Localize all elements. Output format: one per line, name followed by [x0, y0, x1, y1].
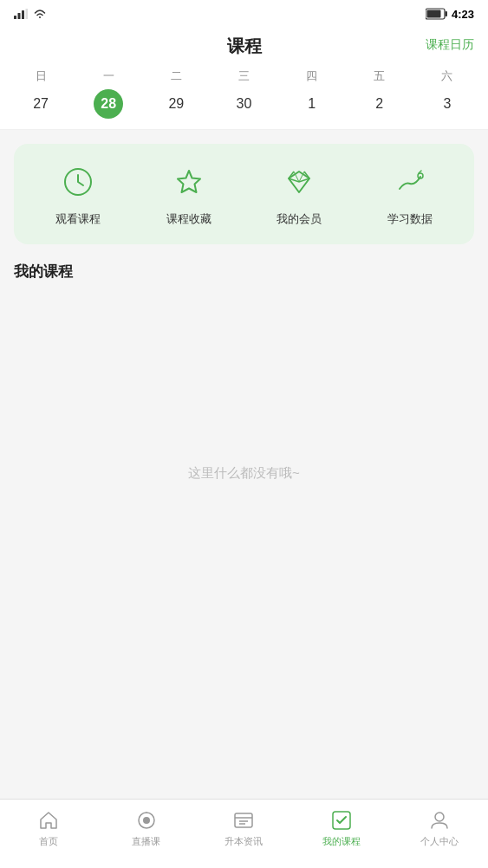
day-number[interactable]: 1 — [297, 89, 327, 119]
main-content: 我的课程 这里什么都没有哦~ — [0, 244, 488, 677]
day-label: 三 — [238, 68, 250, 84]
day-label: 四 — [306, 68, 317, 84]
page-header: 课程 课程日历 — [0, 28, 488, 62]
action-label-watch: 观看课程 — [55, 211, 101, 227]
action-label-member: 我的会员 — [277, 211, 322, 227]
nav-label-upgrade: 升本资讯 — [224, 835, 263, 848]
nav-item-mycourse[interactable]: 我的课程 — [293, 809, 391, 848]
calendar-day[interactable]: 四1 — [278, 68, 346, 119]
calendar-day[interactable]: 二29 — [142, 68, 210, 119]
nav-icon-upgrade — [232, 809, 255, 832]
action-stats[interactable]: 学习数据 — [355, 161, 465, 227]
nav-icon-mycourse — [330, 809, 353, 832]
nav-label-live: 直播课 — [132, 835, 160, 848]
svg-rect-5 — [445, 11, 447, 16]
svg-point-10 — [143, 817, 150, 824]
clock-icon — [57, 161, 99, 203]
day-label: 日 — [36, 68, 47, 84]
calendar-day[interactable]: 六3 — [413, 68, 481, 119]
wifi-icon — [33, 8, 47, 20]
day-label: 五 — [374, 68, 385, 84]
quick-actions-panel: 观看课程 课程收藏 我的会员 学习数据 — [14, 144, 474, 244]
day-label: 二 — [171, 68, 182, 84]
svg-rect-0 — [14, 16, 16, 19]
my-courses-title: 我的课程 — [0, 244, 488, 292]
calendar-day[interactable]: 日27 — [7, 68, 75, 119]
svg-rect-3 — [26, 9, 29, 19]
star-icon — [168, 161, 210, 203]
action-label-stats: 学习数据 — [387, 211, 433, 227]
calendar-day[interactable]: 五2 — [346, 68, 413, 119]
day-number[interactable]: 27 — [26, 89, 55, 119]
status-right: 4:23 — [426, 8, 474, 21]
day-number[interactable]: 28 — [94, 89, 123, 119]
status-left — [14, 8, 47, 20]
calendar-link[interactable]: 课程日历 — [426, 37, 474, 53]
action-label-collect: 课程收藏 — [166, 211, 211, 227]
battery-icon — [426, 8, 448, 20]
svg-rect-2 — [22, 10, 24, 19]
empty-state: 这里什么都没有哦~ — [0, 292, 488, 482]
nav-icon-profile — [428, 809, 451, 832]
page-title: 课程 — [227, 36, 262, 55]
action-collect[interactable]: 课程收藏 — [133, 161, 244, 227]
svg-rect-1 — [18, 13, 21, 19]
diamond-icon — [278, 161, 320, 203]
calendar-week: 日27一28二29三30四1五2六3 — [0, 62, 488, 130]
day-number[interactable]: 29 — [161, 89, 191, 119]
status-bar: 4:23 — [0, 0, 488, 28]
day-number[interactable]: 3 — [433, 89, 462, 119]
svg-rect-11 — [235, 813, 252, 827]
nav-item-upgrade[interactable]: 升本资讯 — [195, 809, 293, 848]
nav-icon-live — [135, 809, 158, 832]
svg-rect-6 — [426, 10, 440, 18]
nav-item-profile[interactable]: 个人中心 — [390, 809, 488, 848]
signal-icon — [14, 9, 28, 19]
action-watch[interactable]: 观看课程 — [23, 161, 133, 227]
nav-item-home[interactable]: 首页 — [0, 809, 98, 848]
calendar-day[interactable]: 一28 — [75, 68, 142, 119]
chart-icon — [389, 161, 431, 203]
calendar-day[interactable]: 三30 — [210, 68, 277, 119]
day-number[interactable]: 2 — [365, 89, 394, 119]
nav-label-mycourse: 我的课程 — [322, 835, 361, 848]
day-label: 六 — [441, 68, 452, 84]
calendar-days-row: 日27一28二29三30四1五2六3 — [0, 68, 488, 119]
nav-icon-home — [37, 809, 60, 832]
action-member[interactable]: 我的会员 — [244, 161, 355, 227]
svg-point-16 — [435, 813, 444, 821]
bottom-navigation: 首页 直播课 升本资讯 我的课程 个人中心 — [0, 799, 488, 868]
day-number[interactable]: 30 — [229, 89, 258, 119]
day-label: 一 — [103, 68, 114, 84]
nav-label-home: 首页 — [39, 835, 58, 848]
nav-item-live[interactable]: 直播课 — [98, 809, 196, 848]
nav-label-profile: 个人中心 — [420, 835, 459, 848]
time-display: 4:23 — [452, 8, 474, 21]
